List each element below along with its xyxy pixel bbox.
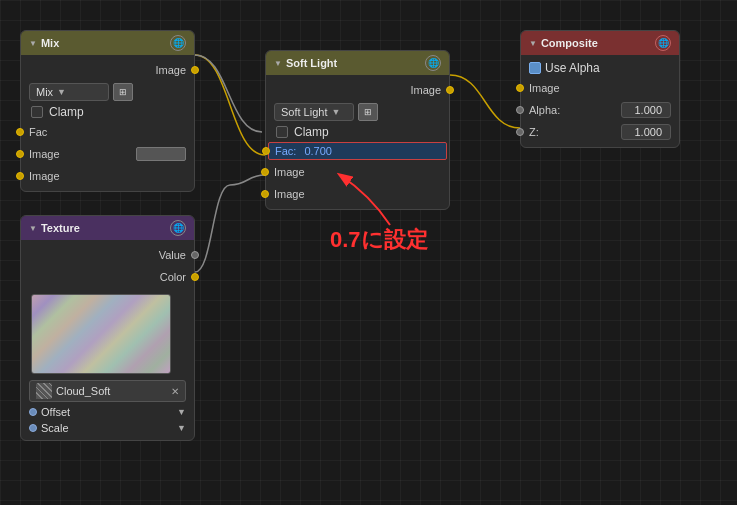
texture-cloud-icon bbox=[36, 383, 52, 399]
texture-node-header: ▼ Texture 🌐 bbox=[21, 216, 194, 240]
mix-node-title: Mix bbox=[41, 37, 166, 49]
texture-scale-label: Scale bbox=[41, 422, 173, 434]
softlight-fac-value[interactable]: 0.700 bbox=[304, 145, 332, 157]
composite-use-alpha-row: Use Alpha bbox=[521, 59, 679, 77]
mix-collapse-icon[interactable]: ▼ bbox=[29, 39, 37, 48]
mix-fac-label: Fac bbox=[29, 126, 186, 138]
composite-collapse-icon[interactable]: ▼ bbox=[529, 39, 537, 48]
composite-image-socket[interactable] bbox=[516, 84, 524, 92]
mix-node: ▼ Mix 🌐 Image Mix ▼ ⊞ Clamp Fac Imag bbox=[20, 30, 195, 192]
softlight-collapse-icon[interactable]: ▼ bbox=[274, 59, 282, 68]
mix-image1-label: Image bbox=[29, 148, 136, 160]
softlight-fac-row: Fac: 0.700 bbox=[268, 142, 447, 160]
softlight-image2-input-row: Image bbox=[266, 183, 449, 205]
texture-cloud-bar[interactable]: Cloud_Soft ✕ bbox=[29, 380, 186, 402]
softlight-fac-label: Fac: bbox=[275, 145, 296, 157]
texture-scale-arrow: ▼ bbox=[177, 423, 186, 433]
softlight-image-output-row: Image bbox=[266, 79, 449, 101]
mix-image2-row: Image bbox=[21, 165, 194, 187]
texture-offset-arrow: ▼ bbox=[177, 407, 186, 417]
texture-value-output-row: Value bbox=[21, 244, 194, 266]
texture-offset-row[interactable]: Offset ▼ bbox=[21, 404, 194, 420]
texture-node-body: Value Color Cloud_Soft ✕ Offset ▼ Scale … bbox=[21, 240, 194, 440]
softlight-icon-button[interactable]: ⊞ bbox=[358, 103, 378, 121]
mix-blend-value: Mix bbox=[36, 86, 53, 98]
texture-collapse-icon[interactable]: ▼ bbox=[29, 224, 37, 233]
composite-node-header: ▼ Composite 🌐 bbox=[521, 31, 679, 55]
texture-node-title: Texture bbox=[41, 222, 166, 234]
mix-image2-socket[interactable] bbox=[16, 172, 24, 180]
mix-image1-row: Image bbox=[21, 143, 194, 165]
softlight-node-header: ▼ Soft Light 🌐 bbox=[266, 51, 449, 75]
texture-value-label: Value bbox=[29, 249, 186, 261]
softlight-dropdown-row: Soft Light ▼ ⊞ bbox=[266, 101, 449, 123]
composite-node-body: Use Alpha Image Alpha: 1.000 Z: 1.000 bbox=[521, 55, 679, 147]
softlight-node: ▼ Soft Light 🌐 Image Soft Light ▼ ⊞ Clam… bbox=[265, 50, 450, 210]
texture-color-socket[interactable] bbox=[191, 273, 199, 281]
mix-globe-icon[interactable]: 🌐 bbox=[170, 35, 186, 51]
softlight-blend-dropdown[interactable]: Soft Light ▼ bbox=[274, 103, 354, 121]
mix-icon-symbol: ⊞ bbox=[119, 87, 127, 97]
softlight-clamp-label: Clamp bbox=[294, 125, 329, 139]
softlight-image1-socket[interactable] bbox=[261, 168, 269, 176]
texture-close-icon[interactable]: ✕ bbox=[171, 386, 179, 397]
composite-z-row: Z: 1.000 bbox=[521, 121, 679, 143]
softlight-clamp-checkbox[interactable] bbox=[276, 126, 288, 138]
softlight-icon-symbol: ⊞ bbox=[364, 107, 372, 117]
softlight-dropdown-arrow: ▼ bbox=[331, 107, 340, 117]
softlight-globe-icon[interactable]: 🌐 bbox=[425, 55, 441, 71]
softlight-node-title: Soft Light bbox=[286, 57, 421, 69]
composite-z-socket[interactable] bbox=[516, 128, 524, 136]
texture-cloud-name: Cloud_Soft bbox=[56, 385, 167, 397]
composite-globe-icon[interactable]: 🌐 bbox=[655, 35, 671, 51]
composite-node-title: Composite bbox=[541, 37, 651, 49]
texture-value-socket[interactable] bbox=[191, 251, 199, 259]
mix-clamp-label: Clamp bbox=[49, 105, 84, 119]
composite-alpha-label: Alpha: bbox=[529, 104, 621, 116]
softlight-node-body: Image Soft Light ▼ ⊞ Clamp Fac: 0.700 bbox=[266, 75, 449, 209]
mix-node-header: ▼ Mix 🌐 bbox=[21, 31, 194, 55]
texture-offset-dot bbox=[29, 408, 37, 416]
mix-image1-field[interactable] bbox=[136, 147, 186, 161]
softlight-image-output-label: Image bbox=[274, 84, 441, 96]
softlight-image1-label: Image bbox=[274, 166, 441, 178]
mix-dropdown-row: Mix ▼ ⊞ bbox=[21, 81, 194, 103]
mix-image-output-socket[interactable] bbox=[191, 66, 199, 74]
softlight-fac-socket[interactable] bbox=[262, 147, 270, 155]
composite-use-alpha-checkbox[interactable] bbox=[529, 62, 541, 74]
softlight-fac-container: Fac: 0.700 bbox=[266, 142, 449, 160]
mix-node-body: Image Mix ▼ ⊞ Clamp Fac Image Im bbox=[21, 55, 194, 191]
texture-globe-icon[interactable]: 🌐 bbox=[170, 220, 186, 236]
softlight-image1-input-row: Image bbox=[266, 161, 449, 183]
mix-image2-label: Image bbox=[29, 170, 186, 182]
composite-image-row: Image bbox=[521, 77, 679, 99]
composite-alpha-row: Alpha: 1.000 bbox=[521, 99, 679, 121]
composite-alpha-socket[interactable] bbox=[516, 106, 524, 114]
mix-fac-socket[interactable] bbox=[16, 128, 24, 136]
texture-scale-row[interactable]: Scale ▼ bbox=[21, 420, 194, 436]
annotation-text: 0.7に設定 bbox=[330, 225, 428, 255]
mix-image1-socket[interactable] bbox=[16, 150, 24, 158]
mix-fac-row: Fac bbox=[21, 121, 194, 143]
texture-color-output-row: Color bbox=[21, 266, 194, 288]
composite-use-alpha-label: Use Alpha bbox=[545, 61, 600, 75]
mix-clamp-row: Clamp bbox=[21, 103, 194, 121]
composite-image-label: Image bbox=[529, 82, 671, 94]
softlight-image2-socket[interactable] bbox=[261, 190, 269, 198]
mix-icon-button[interactable]: ⊞ bbox=[113, 83, 133, 101]
softlight-image-output-socket[interactable] bbox=[446, 86, 454, 94]
composite-z-label: Z: bbox=[529, 126, 621, 138]
softlight-blend-value: Soft Light bbox=[281, 106, 327, 118]
texture-scale-dot bbox=[29, 424, 37, 432]
composite-z-value[interactable]: 1.000 bbox=[621, 124, 671, 140]
mix-blend-dropdown[interactable]: Mix ▼ bbox=[29, 83, 109, 101]
texture-preview-image bbox=[31, 294, 171, 374]
mix-image-output-row: Image bbox=[21, 59, 194, 81]
softlight-clamp-row: Clamp bbox=[266, 123, 449, 141]
composite-alpha-value[interactable]: 1.000 bbox=[621, 102, 671, 118]
mix-clamp-checkbox[interactable] bbox=[31, 106, 43, 118]
softlight-image2-label: Image bbox=[274, 188, 441, 200]
texture-offset-label: Offset bbox=[41, 406, 173, 418]
mix-dropdown-arrow: ▼ bbox=[57, 87, 66, 97]
texture-node: ▼ Texture 🌐 Value Color Cloud_Soft ✕ Off… bbox=[20, 215, 195, 441]
